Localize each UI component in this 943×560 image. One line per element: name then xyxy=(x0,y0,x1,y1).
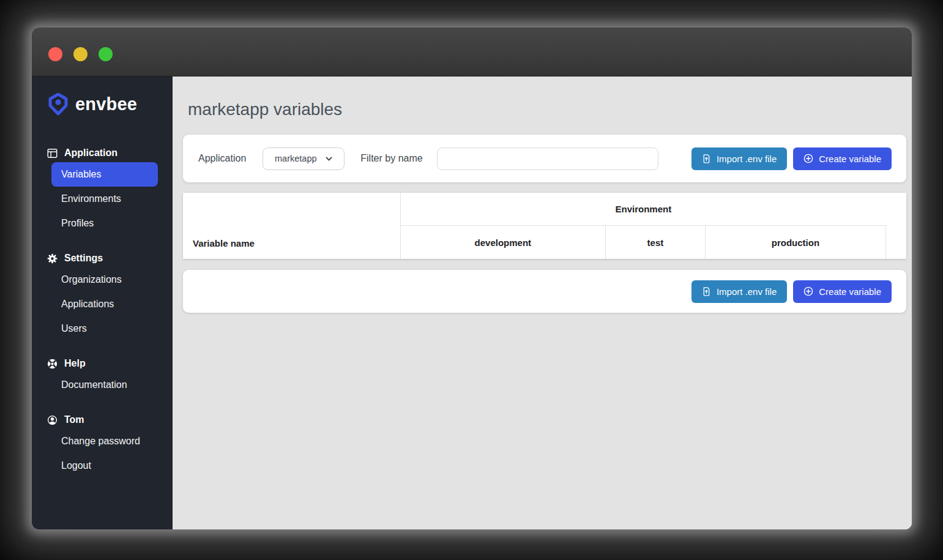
lifebuoy-icon xyxy=(47,359,58,369)
section-label: Settings xyxy=(64,253,103,264)
button-label: Import .env file xyxy=(717,154,777,164)
minimize-button[interactable] xyxy=(73,47,88,61)
application-select[interactable]: marketapp xyxy=(263,147,345,170)
filter-by-name-input[interactable] xyxy=(437,147,658,170)
sidebar-item-change-password[interactable]: Change password xyxy=(51,429,158,454)
variable-name-header: Variable name xyxy=(183,193,401,259)
sidebar-item-label: Variables xyxy=(61,169,102,180)
main-content: marketapp variables Application marketap… xyxy=(173,77,912,529)
sidebar-item-documentation[interactable]: Documentation xyxy=(51,373,158,397)
button-label: Import .env file xyxy=(717,286,777,297)
section-header-application: Application xyxy=(32,144,173,162)
button-label: Create variable xyxy=(819,286,881,297)
section-application: Application Variables Environments Profi… xyxy=(32,144,173,236)
close-button[interactable] xyxy=(48,47,62,61)
envbee-logo: envbee xyxy=(32,92,173,116)
file-upload-icon xyxy=(702,286,711,296)
section-label: Tom xyxy=(64,414,84,425)
sidebar-item-profiles[interactable]: Profiles xyxy=(51,211,158,236)
envbee-hexagon-icon xyxy=(48,93,69,115)
user-circle-icon xyxy=(47,415,58,425)
sidebar-item-label: Applications xyxy=(61,299,114,310)
sidebar-item-label: Organizations xyxy=(61,274,122,285)
plus-circle-icon xyxy=(803,286,813,296)
sidebar-item-label: Documentation xyxy=(61,379,127,390)
sidebar-nav: Application Variables Environments Profi… xyxy=(32,144,173,478)
sidebar: envbee Application Variables xyxy=(32,77,173,529)
import-env-file-button-footer[interactable]: Import .env file xyxy=(691,280,787,303)
section-header-settings: Settings xyxy=(32,249,173,267)
file-upload-icon xyxy=(702,154,711,163)
section-label: Help xyxy=(64,358,86,369)
app-window-icon xyxy=(47,148,58,159)
import-env-file-button[interactable]: Import .env file xyxy=(691,147,787,170)
create-variable-button[interactable]: Create variable xyxy=(793,147,892,170)
create-variable-button-footer[interactable]: Create variable xyxy=(793,280,892,303)
column-header-development: development xyxy=(401,226,606,259)
app-window: envbee Application Variables xyxy=(32,28,912,529)
footer-action-buttons: Import .env file Create variable xyxy=(691,280,892,303)
variables-table: Variable name Environment development te… xyxy=(183,193,906,259)
section-header-user: Tom xyxy=(32,411,173,429)
sidebar-item-logout[interactable]: Logout xyxy=(51,454,158,478)
sidebar-item-applications[interactable]: Applications xyxy=(51,292,158,316)
plus-circle-icon xyxy=(803,154,813,163)
sidebar-item-label: Users xyxy=(61,323,87,334)
chevron-down-icon xyxy=(325,155,333,163)
filter-by-name-label: Filter by name xyxy=(360,153,422,164)
actions-column-header xyxy=(886,193,906,259)
environment-group-header: Environment xyxy=(401,193,886,226)
section-user: Tom Change password Logout xyxy=(32,411,173,478)
gear-icon xyxy=(47,253,58,264)
sidebar-item-label: Logout xyxy=(61,460,91,471)
section-label: Application xyxy=(64,147,117,159)
sidebar-item-variables[interactable]: Variables xyxy=(51,162,158,187)
sidebar-item-label: Profiles xyxy=(61,218,94,229)
column-header-production: production xyxy=(706,226,886,259)
section-help: Help Documentation xyxy=(32,354,173,397)
footer-action-bar: Import .env file Create variable xyxy=(183,270,906,313)
section-settings: Settings Organizations Applications User… xyxy=(32,249,173,341)
action-buttons: Import .env file Create variable xyxy=(691,147,892,170)
sidebar-item-label: Environments xyxy=(61,193,121,204)
window-controls xyxy=(48,47,113,61)
page-title: marketapp variables xyxy=(188,100,906,119)
filter-bar: Application marketapp Filter by name xyxy=(183,135,906,182)
sidebar-item-organizations[interactable]: Organizations xyxy=(51,267,158,292)
logo-wordmark: envbee xyxy=(75,94,137,114)
column-header-test: test xyxy=(606,226,706,259)
button-label: Create variable xyxy=(819,154,881,164)
sidebar-item-environments[interactable]: Environments xyxy=(51,187,158,211)
section-header-help: Help xyxy=(32,354,173,373)
application-select-value: marketapp xyxy=(275,154,317,163)
zoom-button[interactable] xyxy=(99,47,113,61)
application-label: Application xyxy=(198,153,246,164)
sidebar-item-users[interactable]: Users xyxy=(51,316,158,341)
title-bar xyxy=(32,28,912,77)
sidebar-item-label: Change password xyxy=(61,436,140,447)
